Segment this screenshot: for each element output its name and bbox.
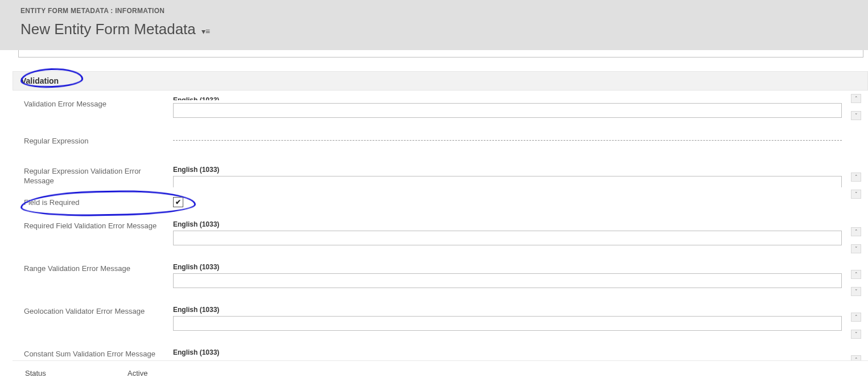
scroll-down-icon[interactable]: ˅ bbox=[851, 287, 861, 296]
lang-label: English (1033) bbox=[173, 263, 862, 271]
list-scroll[interactable]: ˄ ˅ bbox=[851, 270, 862, 296]
list-scroll[interactable]: ˄ ˅ bbox=[851, 313, 862, 339]
label-range-validation-error-message: Range Validation Error Message bbox=[24, 263, 173, 274]
input-regular-expression[interactable] bbox=[173, 140, 842, 141]
title-row: New Entity Form Metadata ▾≡ bbox=[20, 20, 848, 38]
label-regular-expression: Regular Expression bbox=[24, 136, 173, 146]
checkbox-field-is-required[interactable]: ✔ bbox=[173, 197, 183, 207]
status-label: Status bbox=[25, 369, 127, 382]
status-value: Active bbox=[127, 369, 147, 382]
page-title: New Entity Form Metadata bbox=[20, 20, 196, 38]
section-title: Validation bbox=[21, 76, 59, 85]
input-range-validation-error-message[interactable] bbox=[173, 273, 842, 288]
input-required-field-validation-error-message[interactable] bbox=[173, 231, 842, 245]
label-field-is-required: Field is Required bbox=[24, 197, 173, 208]
list-scroll[interactable]: ˄ ˅ bbox=[851, 173, 862, 199]
label-geolocation-validator-error-message: Geolocation Validator Error Message bbox=[24, 306, 173, 317]
previous-input-stub bbox=[18, 50, 863, 58]
scroll-up-icon[interactable]: ˄ bbox=[851, 355, 861, 360]
page-header: ENTITY FORM METADATA : INFORMATION New E… bbox=[0, 0, 868, 50]
input-geolocation-validator-error-message[interactable] bbox=[173, 316, 842, 331]
section-header-validation: Validation bbox=[13, 71, 868, 91]
form-body: Validation Error Message English (1033) … bbox=[13, 91, 868, 359]
list-scroll[interactable]: ˄ ˅ bbox=[851, 355, 862, 360]
label-validation-error-message: Validation Error Message bbox=[24, 98, 173, 109]
label-regex-validation-error-message: Regular Expression Validation Error Mess… bbox=[24, 166, 173, 186]
status-bar: Status Active bbox=[13, 360, 868, 390]
lang-label: English (1033) bbox=[173, 306, 862, 314]
label-constant-sum-validation-error-message: Constant Sum Validation Error Message bbox=[24, 348, 173, 359]
input-validation-error-message[interactable] bbox=[173, 103, 842, 118]
scroll-up-icon[interactable]: ˄ bbox=[851, 94, 861, 103]
content-area: Validation Validation Error Message Engl… bbox=[13, 50, 868, 360]
label-required-field-validation-error-message: Required Field Validation Error Message bbox=[24, 220, 173, 231]
breadcrumb: ENTITY FORM METADATA : INFORMATION bbox=[20, 7, 848, 15]
lang-label: English (1033) bbox=[173, 166, 862, 174]
input-regex-validation-error-message[interactable] bbox=[173, 176, 842, 187]
scroll-down-icon[interactable]: ˅ bbox=[851, 330, 861, 339]
scroll-up-icon[interactable]: ˄ bbox=[851, 173, 861, 182]
lang-label: English (1033) bbox=[173, 348, 862, 356]
scroll-down-icon[interactable]: ˅ bbox=[851, 244, 861, 253]
scroll-down-icon[interactable]: ˅ bbox=[851, 111, 861, 120]
scroll-up-icon[interactable]: ˄ bbox=[851, 270, 861, 279]
list-scroll[interactable]: ˄ ˅ bbox=[851, 227, 862, 253]
form-switcher-icon[interactable]: ▾≡ bbox=[201, 23, 210, 36]
list-scroll[interactable]: ˄ ˅ bbox=[851, 94, 862, 120]
scroll-up-icon[interactable]: ˄ bbox=[851, 227, 861, 236]
lang-label: English (1033) bbox=[173, 220, 862, 228]
scroll-up-icon[interactable]: ˄ bbox=[851, 313, 861, 322]
